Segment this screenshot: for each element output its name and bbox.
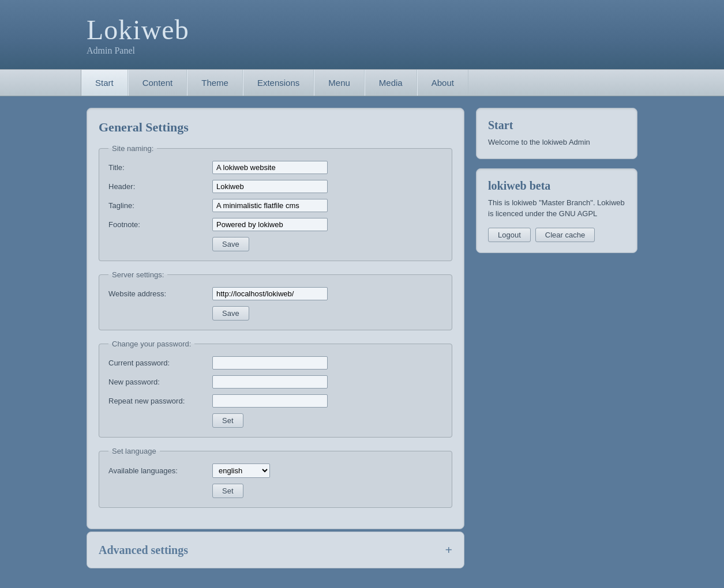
- title-label: Title:: [108, 163, 212, 172]
- server-settings-section: Server settings: Website address: Save: [99, 270, 452, 330]
- nav-item-content[interactable]: Content: [128, 70, 187, 96]
- repeat-password-input[interactable]: [212, 394, 328, 408]
- nav-item-about[interactable]: About: [417, 70, 468, 96]
- new-password-label: New password:: [108, 378, 212, 386]
- main-panel: General Settings Site naming: Title: Hea…: [87, 108, 464, 529]
- set-language-section: Set language Available languages: englis…: [99, 447, 452, 508]
- panel-title: General Settings: [99, 120, 452, 135]
- address-input[interactable]: [212, 287, 328, 300]
- nav-item-theme[interactable]: Theme: [187, 70, 243, 96]
- language-row: Available languages: english: [108, 463, 442, 478]
- beta-card-title: lokiweb beta: [488, 179, 625, 193]
- nav-item-start[interactable]: Start: [81, 70, 128, 96]
- beta-card-actions: Logout Clear cache: [488, 228, 625, 242]
- site-subtitle: Admin Panel: [87, 46, 189, 56]
- header-input[interactable]: [212, 180, 328, 193]
- current-password-label: Current password:: [108, 359, 212, 367]
- site-title: Lokiweb: [87, 14, 189, 46]
- footnote-label: Footnote:: [108, 220, 212, 229]
- address-row: Website address:: [108, 287, 442, 300]
- nav-item-media[interactable]: Media: [365, 70, 417, 96]
- content-area: General Settings Site naming: Title: Hea…: [0, 96, 724, 580]
- header: Lokiweb Admin Panel: [0, 0, 724, 69]
- beta-card-description: This is lokiweb "Master Branch". Lokiweb…: [488, 197, 625, 220]
- header-row: Header:: [108, 180, 442, 193]
- start-card: Start Welcome to the lokiweb Admin: [476, 108, 637, 159]
- tagline-label: Tagline:: [108, 201, 212, 210]
- server-settings-save-button[interactable]: Save: [212, 306, 249, 321]
- title-input[interactable]: [212, 161, 328, 174]
- left-column: General Settings Site naming: Title: Hea…: [87, 108, 464, 568]
- address-label: Website address:: [108, 289, 212, 298]
- title-row: Title:: [108, 161, 442, 174]
- new-password-row: New password:: [108, 375, 442, 389]
- language-select[interactable]: english: [212, 463, 270, 478]
- site-naming-save-row: Save: [108, 237, 442, 251]
- change-password-legend: Change your password:: [108, 340, 194, 348]
- beta-card: lokiweb beta This is lokiweb "Master Bra…: [476, 168, 637, 253]
- repeat-password-row: Repeat new password:: [108, 394, 442, 408]
- set-language-legend: Set language: [108, 447, 160, 455]
- footnote-row: Footnote:: [108, 218, 442, 231]
- main-nav: Start Content Theme Extensions Menu Medi…: [0, 69, 724, 96]
- site-naming-section: Site naming: Title: Header: Tagline: Foo…: [99, 144, 452, 261]
- server-settings-save-row: Save: [108, 306, 442, 321]
- current-password-input[interactable]: [212, 356, 328, 370]
- advanced-settings-panel[interactable]: Advanced settings +: [87, 532, 464, 568]
- advanced-settings-expand-icon: +: [445, 542, 452, 557]
- new-password-input[interactable]: [212, 375, 328, 389]
- language-set-row: Set: [108, 484, 442, 498]
- language-label: Available languages:: [108, 466, 212, 475]
- nav-item-extensions[interactable]: Extensions: [243, 70, 314, 96]
- current-password-row: Current password:: [108, 356, 442, 370]
- right-panel: Start Welcome to the lokiweb Admin lokiw…: [476, 108, 637, 253]
- language-set-button[interactable]: Set: [212, 484, 243, 498]
- site-naming-legend: Site naming:: [108, 144, 157, 153]
- footnote-input[interactable]: [212, 218, 328, 231]
- repeat-password-label: Repeat new password:: [108, 397, 212, 405]
- clear-cache-button[interactable]: Clear cache: [535, 228, 595, 242]
- change-password-section: Change your password: Current password: …: [99, 340, 452, 438]
- password-set-button[interactable]: Set: [212, 413, 243, 428]
- tagline-input[interactable]: [212, 199, 328, 212]
- start-card-description: Welcome to the lokiweb Admin: [488, 137, 625, 148]
- advanced-settings-title: Advanced settings: [99, 544, 188, 557]
- tagline-row: Tagline:: [108, 199, 442, 212]
- header-label: Header:: [108, 182, 212, 191]
- nav-item-menu[interactable]: Menu: [314, 70, 365, 96]
- logout-button[interactable]: Logout: [488, 228, 531, 242]
- start-card-title: Start: [488, 119, 625, 132]
- password-set-row: Set: [108, 413, 442, 428]
- site-naming-save-button[interactable]: Save: [212, 237, 249, 251]
- server-settings-legend: Server settings:: [108, 270, 167, 279]
